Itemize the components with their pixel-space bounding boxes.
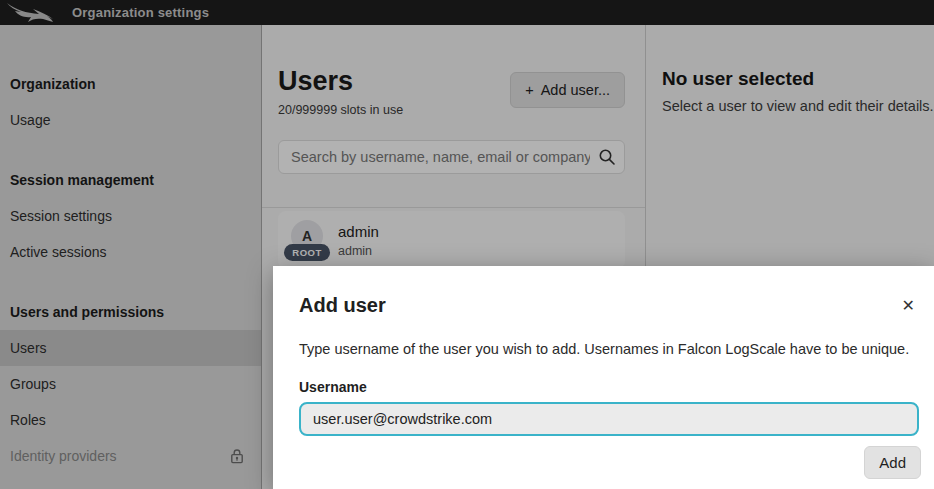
close-icon[interactable]: ✕ [896,296,921,316]
username-field-label: Username [299,379,921,395]
app-window: Organization settings Organization Usage… [0,0,934,489]
modal-description: Type username of the user you wish to ad… [299,341,921,357]
add-user-modal: Add user ✕ Type username of the user you… [273,266,934,489]
modal-title: Add user [299,294,386,317]
username-input[interactable] [299,402,919,436]
add-submit-button[interactable]: Add [864,446,921,479]
